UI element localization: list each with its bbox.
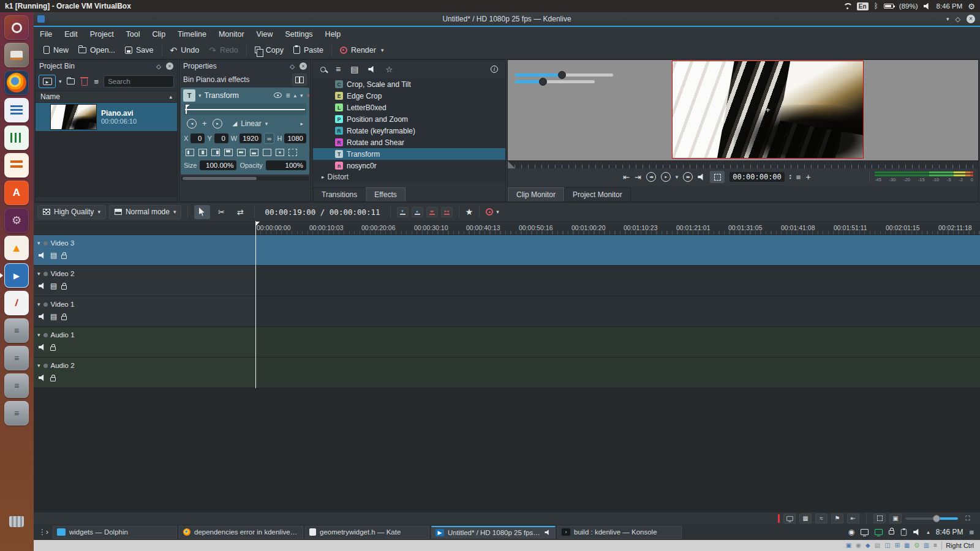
create-folder-button[interactable] (65, 75, 77, 88)
bin-menu-button[interactable]: ≡ (92, 75, 101, 88)
delete-effect-icon[interactable]: × (307, 92, 309, 99)
tab-clip-monitor[interactable]: Clip Monitor (508, 187, 564, 201)
zoom-out-button[interactable]: ▣ (889, 514, 902, 523)
align-hcenter-icon[interactable] (198, 149, 207, 156)
effect-item[interactable]: L LetterB0xed (313, 102, 505, 113)
monitor-volume-icon[interactable] (698, 174, 705, 181)
keyframe-ruler[interactable] (184, 103, 306, 115)
menu-file[interactable]: File (34, 30, 58, 39)
add-clip-chevron-icon[interactable]: ▾ (59, 78, 62, 84)
vm-audio-icon[interactable]: ◆ (865, 542, 870, 549)
track-header[interactable]: ▾Video 1 ▤ (34, 296, 255, 326)
menu-tool[interactable]: Tool (120, 30, 146, 39)
clipboard-tray-icon[interactable] (901, 528, 907, 535)
vm-usb-icon[interactable]: ◫ (884, 542, 890, 549)
mute-track-icon[interactable] (39, 344, 46, 351)
zoom-slider-knob[interactable] (933, 515, 940, 522)
task-konsole[interactable]: › build : kdenlive — Konsole (557, 526, 682, 539)
lock-track-icon[interactable] (50, 347, 56, 351)
razor-tool-button[interactable]: ✂ (213, 205, 229, 219)
zone-mode-button[interactable] (710, 171, 725, 183)
insert-zone-button[interactable]: ▴ (412, 207, 423, 217)
sort-chevron-icon[interactable]: ▴ (169, 94, 172, 100)
collapse-track-icon[interactable]: ▾ (37, 332, 40, 338)
window-titlebar[interactable]: Untitled* / HD 1080p 25 fps — Kdenlive ▾… (34, 12, 980, 26)
align-bottom-icon[interactable] (250, 149, 258, 156)
project-bin-titlebar[interactable]: Project Bin ◇ × (36, 60, 177, 72)
slider-knob[interactable] (558, 71, 566, 79)
menu-clip[interactable]: Clip (146, 30, 172, 39)
effect-item[interactable]: E Edge Crop (313, 90, 505, 102)
task-firefox[interactable]: dependencies error in kdenlive b... (179, 526, 303, 539)
tab-effects[interactable]: Effects (366, 187, 405, 201)
x-field[interactable]: 0 (190, 133, 205, 143)
paste-button[interactable]: Paste (288, 43, 328, 58)
new-button[interactable]: New (39, 43, 74, 58)
play-button[interactable]: ▸ (661, 172, 671, 182)
effect-item[interactable]: C Crop, Scale and Tilt (313, 78, 505, 90)
vm-mouse-icon[interactable]: ▥ (924, 542, 929, 549)
volume-icon[interactable] (924, 3, 931, 10)
menu-timeline[interactable]: Timeline (172, 30, 213, 39)
volume-tray-icon[interactable] (913, 529, 921, 536)
lock-track-icon[interactable] (61, 285, 67, 290)
render-chevron-icon[interactable]: ▾ (381, 47, 384, 53)
align-left-icon[interactable] (186, 149, 194, 156)
audio-effects-icon[interactable] (368, 66, 375, 73)
add-keyframe-button[interactable]: + (202, 119, 207, 128)
vm-network-icon[interactable]: ▤ (875, 542, 880, 549)
bluetooth-icon[interactable]: ᛒ (874, 2, 878, 10)
panel-toggle-icon[interactable]: ⋮› (36, 528, 51, 536)
collapse-track-icon[interactable]: ▾ (37, 362, 40, 369)
open-button[interactable]: Open... (74, 43, 120, 58)
extract-zone-button[interactable]: ◂▸ (426, 207, 438, 217)
video-frame[interactable]: + (672, 61, 864, 159)
track-lane[interactable] (255, 235, 980, 265)
interpolation-dropdown[interactable]: ◢ Linear ▾ (233, 119, 268, 128)
launcher-item-drive-3[interactable]: ≡ (4, 373, 29, 398)
maximize-button[interactable]: ◇ (956, 15, 960, 23)
track-header[interactable]: ▾Video 2 ▤ (34, 266, 255, 296)
previous-keyframe-button[interactable]: ◂ (187, 119, 197, 129)
vm-display-icon[interactable]: ▦ (904, 542, 910, 549)
lock-track-icon[interactable] (61, 255, 67, 259)
move-effect-down-icon[interactable]: ▾ (300, 92, 303, 99)
launcher-item-ubuntu-dash[interactable] (4, 15, 29, 40)
overwrite-zone-button[interactable]: ▸◂ (441, 207, 453, 217)
h-field[interactable]: 1080 (284, 133, 306, 143)
transform-center-handle[interactable]: + (766, 105, 771, 114)
panel-menu-icon[interactable]: ≡ (969, 528, 974, 537)
zoom-fit-button[interactable] (873, 514, 886, 523)
quality-dropdown[interactable]: High Quality ▾ (37, 205, 106, 219)
monitor-menu-icon[interactable]: ≡ (796, 173, 801, 182)
launcher-item-editor[interactable]: / (4, 291, 29, 315)
edit-mode-dropdown[interactable]: Normal mode ▾ (109, 205, 182, 219)
launcher-item-vlc[interactable]: ▲ (4, 236, 29, 260)
hide-track-icon[interactable]: ▤ (50, 282, 57, 290)
copy-button[interactable]: Copy (250, 43, 288, 58)
vm-menu-icon[interactable]: ≡ (933, 542, 937, 549)
launcher-item-lo-writer[interactable] (4, 98, 29, 122)
track-header[interactable]: ▾Audio 2 (34, 358, 255, 388)
selection-tool-button[interactable] (194, 205, 210, 219)
favorite-effects-button[interactable]: ★ (466, 207, 473, 217)
effect-menu-icon[interactable]: ≡ (285, 91, 290, 100)
effect-item[interactable]: R Rotate (keyframable) (313, 125, 505, 137)
track-header[interactable]: ▾Audio 1 (34, 327, 255, 357)
tab-transitions[interactable]: Transitions (313, 187, 366, 201)
screen-share-tray-icon[interactable] (875, 529, 883, 535)
align-right-icon[interactable] (211, 149, 220, 156)
redo-button[interactable]: ↷Redo (204, 43, 243, 58)
track-lane[interactable] (255, 327, 980, 357)
bin-clip-item[interactable]: Piano.avi 00:00:06:10 (36, 103, 177, 131)
lock-tray-icon[interactable] (889, 530, 894, 534)
timeline-empty-area[interactable] (34, 388, 980, 512)
hide-track-icon[interactable]: ▤ (50, 313, 57, 320)
render-button[interactable]: Render (335, 43, 381, 58)
track-target-dot[interactable] (43, 364, 48, 368)
info-icon[interactable]: i (491, 66, 498, 73)
track-target-dot[interactable] (43, 272, 48, 276)
keyframe-options-icon[interactable]: ▸ (300, 121, 303, 127)
y-field[interactable]: 0 (214, 133, 228, 143)
vm-shared-folders-icon[interactable]: ⊞ (895, 542, 900, 549)
